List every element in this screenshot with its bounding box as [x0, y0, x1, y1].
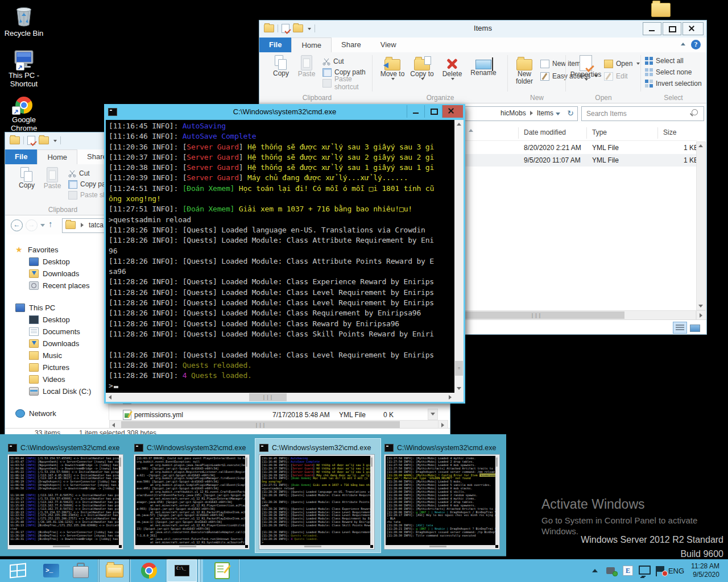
tray-action-center-icon[interactable]	[653, 559, 668, 582]
sidebar-item-downloads[interactable]: Downloads	[7, 268, 107, 280]
desktop-icon-this-pc-shortcut[interactable]: This PC - Shortcut	[0, 50, 48, 88]
breadcrumb-parent[interactable]: hicMobs	[500, 109, 526, 117]
sidebar-item-videos[interactable]: Videos	[7, 373, 107, 385]
minimize-button[interactable]	[407, 105, 424, 118]
cmd-title-bar[interactable]: C:\Windows\system32\cmd.exe	[104, 104, 465, 120]
open-button[interactable]: Open	[604, 59, 640, 69]
sidebar-item-desktop[interactable]: Desktop	[7, 314, 107, 326]
items-title-bar[interactable]: Items	[259, 20, 706, 38]
sidebar-item-pictures[interactable]: Pictures	[7, 361, 107, 373]
h-scrollbar[interactable]: |||	[106, 393, 454, 402]
h-scroll-right-button[interactable]	[696, 310, 706, 320]
show-hidden-icons-button[interactable]	[589, 559, 601, 582]
sidebar-item-recent-places[interactable]: Recent places	[7, 280, 107, 292]
tab-file[interactable]: File	[259, 38, 291, 52]
desktop-icon-google-chrome[interactable]: Google Chrome	[0, 97, 48, 132]
file-row-permissions[interactable]: permissions.yml 7/17/2018 5:48 AM YML Fi…	[109, 409, 439, 420]
taskbar-chrome-button[interactable]	[135, 559, 163, 582]
language-indicator[interactable]: ENG	[667, 559, 686, 582]
details-view-button[interactable]	[673, 322, 687, 334]
console[interactable]: [11:16:45 INFO]: AutoSaving[11:16:46 INF…	[106, 120, 464, 402]
tab-view[interactable]: View	[371, 38, 406, 52]
close-button[interactable]	[682, 22, 704, 35]
cmd-thumbnail-2[interactable]: C:\Windows\system32\cmd.exe [11:03:37 ER…	[134, 442, 250, 549]
paste-button[interactable]: Paste	[295, 55, 318, 78]
up-button[interactable]: ↑	[48, 219, 53, 228]
search-input[interactable]: Search Items	[586, 110, 627, 118]
scrollbar-thumb[interactable]: |||	[249, 393, 287, 401]
refresh-icon[interactable]: ↻	[567, 109, 574, 118]
forward-button[interactable]: →	[26, 219, 38, 231]
sidebar-item-desktop[interactable]: Desktop	[7, 256, 107, 268]
cut-button[interactable]: Cut	[322, 56, 344, 66]
help-button[interactable]: ?	[691, 40, 701, 49]
column-header-date-modified[interactable]: Date modified	[524, 128, 566, 136]
search-icon[interactable]	[692, 109, 698, 115]
tray-usb-icon[interactable]	[603, 559, 618, 582]
tab-file[interactable]: File	[5, 149, 37, 164]
qat-properties-icon[interactable]	[27, 136, 35, 145]
maximize-button[interactable]	[424, 105, 442, 118]
maximize-button[interactable]	[663, 22, 681, 35]
sidebar-group-network[interactable]: Network	[7, 408, 107, 419]
cmd-thumbnail-3-active[interactable]: C:\Windows\system32\cmd.exe [11:16:45 IN…	[259, 442, 375, 549]
breadcrumb-current[interactable]: tatca	[89, 221, 104, 229]
taskbar-powershell-button[interactable]	[38, 559, 65, 582]
stacked-windows-edge[interactable]	[200, 559, 203, 582]
v-scrollbar-bottom-button[interactable]	[428, 409, 438, 420]
sidebar-item-downloads[interactable]: Downloads	[7, 338, 107, 350]
close-button[interactable]	[442, 105, 463, 118]
invert-selection-button[interactable]: Invert selection	[645, 78, 702, 89]
copy-button[interactable]: Copy	[14, 167, 40, 189]
tab-home[interactable]: Home	[291, 38, 332, 52]
cmd-thumbnail-1[interactable]: C:\Windows\system32\cmd.exe 11:03:44 [IN…	[8, 442, 124, 549]
minimize-button[interactable]	[643, 22, 661, 35]
taskbar-server-manager-button[interactable]	[67, 559, 94, 582]
qat-folder-icon[interactable]	[10, 136, 20, 144]
address-dropdown-icon[interactable]	[556, 113, 560, 115]
taskbar-notepadpp-button[interactable]	[208, 559, 235, 582]
copy-to-button[interactable]: Copy to	[408, 55, 436, 80]
taskbar-cmd-button[interactable]	[167, 559, 197, 582]
sidebar-item-documents[interactable]: Documents	[7, 326, 107, 338]
select-none-button[interactable]: Select none	[645, 67, 692, 77]
v-scrollbar[interactable]	[696, 142, 706, 310]
resize-grip[interactable]	[454, 393, 464, 402]
qat-new-folder-icon[interactable]	[39, 136, 49, 144]
properties-button[interactable]: Properties	[570, 55, 602, 81]
sidebar-item-music[interactable]: Music	[7, 350, 107, 361]
sidebar-group-favorites[interactable]: ★Favorites	[7, 244, 107, 256]
sidebar-group-this-pc[interactable]: This PC	[7, 302, 107, 314]
column-header-size[interactable]: Size	[663, 128, 676, 136]
search-box[interactable]: Search Items	[581, 106, 704, 121]
scrollbar-thumb[interactable]: |||	[448, 311, 624, 319]
breadcrumb-current[interactable]: Items	[537, 109, 553, 117]
column-header-type[interactable]: Type	[592, 128, 607, 136]
back-button[interactable]: ←	[11, 219, 23, 231]
move-to-button[interactable]: Move to	[379, 55, 406, 80]
edit-button[interactable]: Edit	[604, 71, 628, 81]
ribbon-collapse-icon[interactable]	[681, 43, 686, 45]
scrollbar-thumb[interactable]: ≡	[455, 361, 463, 376]
desktop-icon-folder[interactable]	[639, 3, 682, 17]
start-button[interactable]	[0, 559, 35, 582]
select-all-button[interactable]: Select all	[645, 56, 684, 66]
paste-shortcut-button[interactable]: Paste shortcut	[322, 78, 372, 88]
delete-button[interactable]: Delete	[439, 55, 465, 80]
tab-share[interactable]: Share	[332, 38, 371, 52]
new-folder-button[interactable]: New folder	[511, 55, 538, 85]
qat-chevron-down-icon[interactable]	[53, 140, 57, 142]
cut-button[interactable]: Cut	[68, 168, 90, 178]
rename-button[interactable]: Rename	[468, 55, 499, 77]
tray-ime-icon[interactable]: E	[621, 559, 635, 582]
taskbar-explorer-button[interactable]	[99, 559, 130, 582]
large-icons-view-button[interactable]	[688, 322, 702, 334]
tray-network-icon[interactable]	[637, 559, 652, 582]
tab-home[interactable]: Home	[37, 149, 77, 164]
copy-button[interactable]: Copy	[268, 55, 294, 77]
clock[interactable]: 11:28 AM 9/5/2020	[687, 559, 723, 582]
recent-locations-icon[interactable]	[40, 224, 45, 227]
desktop-icon-recycle-bin[interactable]: Recycle Bin	[0, 5, 48, 38]
cmd-thumbnail-4[interactable]: C:\Windows\system32\cmd.exe [11:27:50 IN…	[384, 442, 500, 549]
paste-button[interactable]: Paste	[41, 167, 64, 190]
